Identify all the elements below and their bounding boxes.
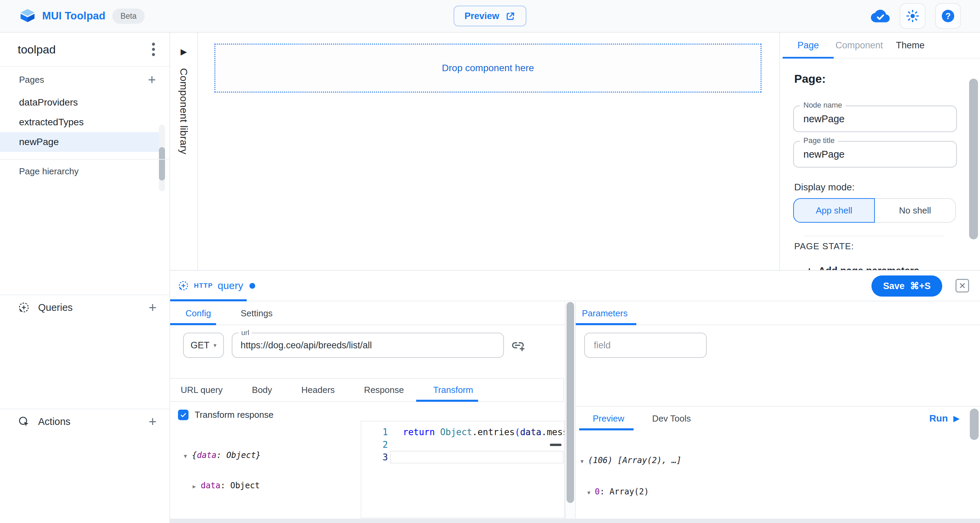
queries-label: Queries <box>38 302 73 313</box>
display-mode-label: Display mode: <box>794 182 854 193</box>
run-label: Run <box>929 413 948 424</box>
divider <box>0 159 170 160</box>
tab-dev-tools[interactable]: Dev Tools <box>652 413 691 424</box>
toolpad-app: MUI Toolpad Beta Preview <box>0 0 980 523</box>
brand: MUI Toolpad Beta <box>0 8 145 24</box>
node-name-field: Node name <box>793 105 957 132</box>
tab-parameters[interactable]: Parameters <box>582 308 627 319</box>
bottom-strip <box>170 518 980 523</box>
run-button[interactable]: Run ▶ <box>929 413 959 424</box>
add-action-button[interactable]: + <box>149 415 156 428</box>
tab-body[interactable]: Body <box>252 385 272 395</box>
tab-transform[interactable]: Transform <box>433 385 473 395</box>
sidebar-item-newPage[interactable]: newPage <box>0 132 160 152</box>
expand-arrow-icon[interactable]: ▶ <box>181 47 187 56</box>
page-title-input[interactable] <box>794 142 956 167</box>
tab-headers[interactable]: Headers <box>301 385 335 395</box>
result-json-tree[interactable]: ▼(106) [Array(2), …] ▼0: Array(2) 0: "af… <box>581 435 965 518</box>
beta-badge: Beta <box>112 8 145 24</box>
pages-label: Pages <box>19 75 44 85</box>
tab-theme[interactable]: Theme <box>885 40 936 51</box>
pages-list: dataProviders extractedTypes newPage <box>0 92 169 152</box>
caret-right-icon[interactable]: ▶ <box>192 482 201 491</box>
editor-cursor-marker <box>550 444 562 446</box>
app-name: toolpad <box>18 43 56 56</box>
display-mode-toggle: App shell No shell <box>793 198 956 223</box>
page-hierarchy-item[interactable]: Page hierarchy <box>19 166 79 177</box>
component-library-strip: ▶ Component library <box>170 33 198 271</box>
caret-down-icon[interactable]: ▼ <box>581 457 588 467</box>
preview-button-label: Preview <box>465 11 499 21</box>
page-canvas: Drop component here <box>198 33 779 271</box>
play-icon: ▶ <box>953 414 959 423</box>
add-query-button[interactable]: + <box>149 301 156 314</box>
tab-http-query[interactable]: HTTP query <box>178 271 255 301</box>
component-library-label[interactable]: Component library <box>178 68 189 155</box>
tab-component[interactable]: Component <box>834 40 885 51</box>
transform-code-editor[interactable]: 1 return Object.entries(data.messag 2 3 <box>361 421 565 518</box>
http-method-value: GET <box>191 340 210 351</box>
kebab-menu-icon[interactable] <box>151 42 156 57</box>
toggle-no-shell[interactable]: No shell <box>875 198 956 223</box>
json-root-row[interactable]: ▼(106) [Array(2), …] <box>581 456 965 467</box>
chevron-down-icon: ▾ <box>213 342 216 349</box>
transform-response-label: Transform response <box>195 410 274 420</box>
query-panel-scrollbar-thumb[interactable] <box>566 302 574 503</box>
inspector-tabs: Page Component Theme <box>780 33 980 59</box>
tab-page[interactable]: Page <box>783 40 834 51</box>
transform-response-checkbox[interactable] <box>178 410 189 420</box>
add-link-icon[interactable] <box>511 338 525 353</box>
active-tab-underline <box>579 428 633 431</box>
editor-current-line-highlight <box>390 451 563 463</box>
app-header: toolpad <box>0 33 169 67</box>
close-icon: ✕ <box>959 281 966 291</box>
config-tabs: Config Settings <box>170 302 565 325</box>
query-panel-scrollbar[interactable] <box>565 302 576 523</box>
url-label: url <box>239 328 252 337</box>
page-item-label: newPage <box>19 137 59 147</box>
tab-config[interactable]: Config <box>185 308 211 319</box>
pages-scrollbar[interactable] <box>159 124 165 191</box>
tab-preview[interactable]: Preview <box>593 413 624 424</box>
toolpad-logo-icon <box>20 9 35 23</box>
line-number-active: 3 <box>361 452 388 462</box>
cursor-click-icon <box>18 415 30 428</box>
node-name-input[interactable] <box>794 106 956 131</box>
preview-button[interactable]: Preview <box>453 6 527 27</box>
caret-down-icon[interactable]: ▼ <box>184 451 192 461</box>
tab-url-query[interactable]: URL query <box>181 385 223 395</box>
caret-down-icon[interactable]: ▼ <box>587 488 595 498</box>
sun-icon <box>905 8 920 24</box>
sidebar-item-dataProviders[interactable]: dataProviders <box>0 92 160 112</box>
tree-row[interactable]: ▼{data: Object} <box>184 450 261 461</box>
transform-scope-tree: ▼{data: Object} ▶data: Object <box>184 431 261 511</box>
svg-text:?: ? <box>945 11 950 21</box>
add-page-button[interactable]: + <box>148 73 156 86</box>
url-input[interactable] <box>232 333 503 357</box>
url-field: url <box>232 333 504 358</box>
line-number: 2 <box>361 440 388 450</box>
tree-row[interactable]: ▶data: Object <box>184 481 261 491</box>
drop-zone[interactable]: Drop component here <box>215 43 762 92</box>
topbar-actions: ? <box>870 3 980 29</box>
close-panel-button[interactable]: ✕ <box>956 279 969 292</box>
theme-toggle-button[interactable] <box>900 3 926 29</box>
toggle-app-shell[interactable]: App shell <box>793 198 875 223</box>
tab-settings[interactable]: Settings <box>240 308 272 319</box>
query-config-section: Config Settings GET ▾ url <box>170 302 565 523</box>
active-tab-underline <box>783 57 834 59</box>
http-protocol-chip: HTTP <box>194 282 213 289</box>
pages-scrollbar-thumb[interactable] <box>159 147 165 180</box>
json-row[interactable]: ▼0: Array(2) <box>581 487 965 498</box>
active-tab-underline <box>170 323 216 325</box>
sidebar-item-extractedTypes[interactable]: extractedTypes <box>0 112 160 132</box>
result-tabs-row: Preview Dev Tools Run ▶ <box>576 406 980 431</box>
inspector-scrollbar-thumb[interactable] <box>969 79 978 239</box>
tab-response[interactable]: Response <box>364 385 404 395</box>
query-icon <box>18 301 30 314</box>
http-method-select[interactable]: GET ▾ <box>183 333 224 358</box>
save-button[interactable]: Save ⌘+S <box>872 276 942 297</box>
result-scrollbar-thumb[interactable] <box>970 408 978 440</box>
help-button[interactable]: ? <box>935 3 961 29</box>
parameter-input[interactable] <box>585 333 706 357</box>
